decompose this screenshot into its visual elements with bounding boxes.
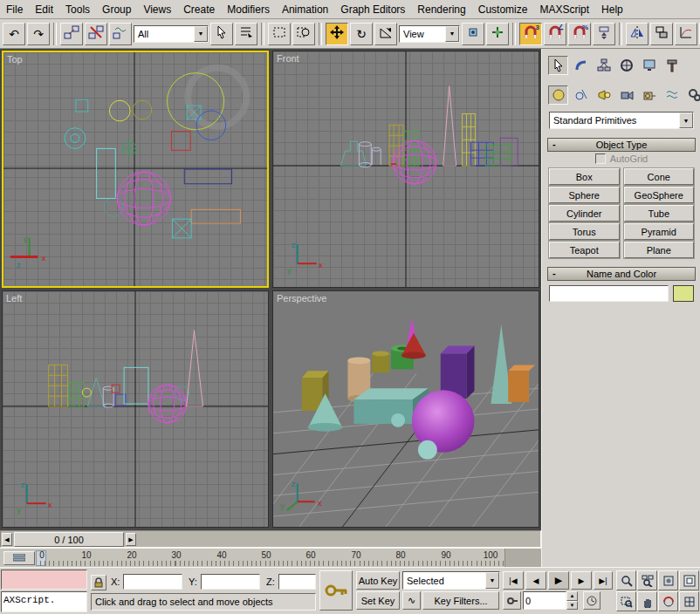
transform-lock-button[interactable] <box>91 575 106 590</box>
menu-item-create[interactable]: Create <box>177 2 221 17</box>
key-mode-toggle-button[interactable] <box>503 591 521 610</box>
tab-modify[interactable] <box>571 56 591 75</box>
object-type-geosphere-button[interactable]: GeoSphere <box>624 187 695 203</box>
set-key-button[interactable]: Set Key <box>356 591 400 610</box>
viewport-front-label[interactable]: Front <box>277 53 299 64</box>
time-slider-left-arrow[interactable]: ◀ <box>2 533 12 546</box>
set-keys-button[interactable] <box>319 570 353 611</box>
menu-item-edit[interactable]: Edit <box>29 2 59 17</box>
menu-item-modifiers[interactable]: Modifiers <box>221 2 276 17</box>
autogrid-checkbox[interactable] <box>595 154 606 164</box>
select-by-name-button[interactable] <box>235 23 257 45</box>
viewport-left-label[interactable]: Left <box>6 293 22 304</box>
macro-recorder-field[interactable] <box>1 570 87 590</box>
zoom-region-button[interactable] <box>616 591 636 611</box>
auto-key-button[interactable]: Auto Key <box>356 571 400 590</box>
time-configuration-button[interactable] <box>583 591 600 610</box>
viewport-perspective-label[interactable]: Perspective <box>277 293 326 304</box>
chevron-down-icon[interactable]: ▼ <box>445 26 459 42</box>
zoom-extents-all-button[interactable] <box>679 570 699 590</box>
select-object-button[interactable] <box>210 23 233 45</box>
object-type-box-button[interactable]: Box <box>549 168 620 185</box>
subtab-systems[interactable] <box>684 85 700 105</box>
spinner-down-icon[interactable]: ▼ <box>566 601 578 611</box>
viewport-top-label[interactable]: Top <box>7 54 23 65</box>
align-button[interactable] <box>650 23 673 45</box>
track-bar[interactable]: 0 10 20 30 40 50 60 70 80 90 100 <box>0 548 541 567</box>
object-type-cone-button[interactable]: Cone <box>624 168 695 185</box>
time-slider-track[interactable]: ◀ 0 / 100 ▶ <box>0 530 541 548</box>
x-coordinate-input[interactable] <box>123 574 182 590</box>
viewport-perspective[interactable]: Perspective <box>272 290 539 528</box>
go-to-start-button[interactable]: |◀ <box>503 571 524 590</box>
mirror-button[interactable] <box>626 23 649 45</box>
menu-item-tools[interactable]: Tools <box>59 2 96 17</box>
viewport-front[interactable]: Front <box>272 51 539 288</box>
menu-item-graph-editors[interactable]: Graph Editors <box>334 2 411 17</box>
chevron-down-icon[interactable]: ▼ <box>194 26 208 42</box>
chevron-down-icon[interactable]: ▼ <box>679 113 693 128</box>
zoom-button[interactable] <box>616 570 636 590</box>
subtab-geometry[interactable] <box>548 85 568 105</box>
use-pivot-point-center-button[interactable] <box>462 23 484 45</box>
subtab-shapes[interactable] <box>571 85 591 105</box>
menu-item-group[interactable]: Group <box>96 2 137 17</box>
menu-item-customize[interactable]: Customize <box>472 2 534 17</box>
maximize-viewport-toggle[interactable] <box>679 591 699 611</box>
viewport-left[interactable]: Left z <box>2 290 269 528</box>
zoom-extents-button[interactable] <box>658 570 678 590</box>
redo-button[interactable]: ↷ <box>27 23 50 45</box>
object-type-teapot-button[interactable]: Teapot <box>549 242 620 258</box>
object-type-tube-button[interactable]: Tube <box>624 205 695 222</box>
angle-snap-toggle[interactable]: ∠ <box>544 23 566 45</box>
zoom-all-button[interactable] <box>637 570 657 590</box>
spinner-up-icon[interactable]: ▲ <box>566 591 578 601</box>
z-coordinate-input[interactable] <box>278 574 316 590</box>
time-slider-right-arrow[interactable]: ▶ <box>126 533 136 546</box>
select-and-rotate-button[interactable]: ↻ <box>350 23 373 45</box>
arc-rotate-button[interactable] <box>658 591 678 611</box>
menu-item-views[interactable]: Views <box>137 2 177 17</box>
rectangular-selection-region-button[interactable] <box>268 23 291 45</box>
bind-to-space-warp-button[interactable] <box>109 23 132 45</box>
object-name-input[interactable] <box>549 285 669 302</box>
name-color-rollout-header[interactable]: - Name and Color <box>547 267 696 281</box>
key-filters-button[interactable]: Key Filters... <box>422 591 499 610</box>
object-type-cylinder-button[interactable]: Cylinder <box>549 205 620 222</box>
time-slider-button[interactable]: 0 / 100 <box>14 532 124 547</box>
spinner-snap-toggle[interactable] <box>593 23 615 45</box>
default-in-out-tangent-button[interactable]: ∿ <box>402 591 421 610</box>
subtab-cameras[interactable] <box>616 85 636 105</box>
object-type-plane-button[interactable]: Plane <box>624 242 695 258</box>
key-mode-dropdown[interactable]: Selected ▼ <box>402 571 500 590</box>
menu-item-help[interactable]: Help <box>595 2 629 17</box>
menu-item-maxscript[interactable]: MAXScript <box>533 2 595 17</box>
object-type-rollout-header[interactable]: - Object Type <box>547 138 696 152</box>
go-to-end-button[interactable]: ▶| <box>594 571 613 590</box>
tab-hierarchy[interactable] <box>594 56 614 75</box>
menu-item-animation[interactable]: Animation <box>276 2 334 17</box>
next-frame-button[interactable]: ▶ <box>571 571 592 590</box>
select-and-move-button[interactable] <box>326 23 348 45</box>
object-type-torus-button[interactable]: Torus <box>549 223 620 240</box>
viewport-top[interactable]: Top <box>2 51 269 288</box>
window-crossing-toggle[interactable] <box>292 23 315 45</box>
reference-coordinate-system-dropdown[interactable]: View ▼ <box>399 25 460 43</box>
percent-snap-toggle[interactable]: % <box>568 23 591 45</box>
select-and-manipulate-button[interactable] <box>486 23 509 45</box>
pan-button[interactable] <box>637 591 657 611</box>
tab-motion[interactable] <box>616 56 636 75</box>
maxscript-listener-field[interactable]: AXScript. <box>1 591 87 612</box>
frame-spinner[interactable]: ▲ ▼ <box>566 591 578 610</box>
tab-create[interactable] <box>548 56 568 75</box>
tab-utilities[interactable] <box>662 56 682 75</box>
snap-toggle-3d-button[interactable]: 3 <box>519 23 542 45</box>
y-coordinate-input[interactable] <box>201 574 260 590</box>
object-type-sphere-button[interactable]: Sphere <box>549 187 620 203</box>
subtab-helpers[interactable] <box>639 85 659 105</box>
select-and-link-button[interactable] <box>60 23 83 45</box>
play-animation-button[interactable]: ▶ <box>548 571 569 590</box>
subtab-lights[interactable] <box>594 85 614 105</box>
open-mini-curve-editor-button[interactable] <box>3 551 35 565</box>
primitive-category-dropdown[interactable]: Standard Primitives ▼ <box>549 112 694 129</box>
